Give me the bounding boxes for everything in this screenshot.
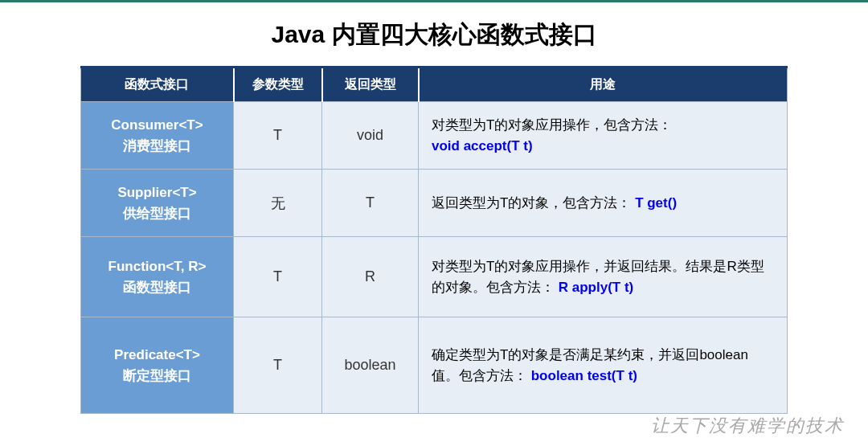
header-return-type: 返回类型 bbox=[322, 68, 419, 102]
desc-cell: 返回类型为T的对象，包含方法： T get() bbox=[419, 170, 788, 237]
iface-cn: 断定型接口 bbox=[123, 368, 191, 383]
iface-cn: 供给型接口 bbox=[123, 206, 191, 221]
page-title: Java 内置四大核心函数式接口 bbox=[80, 18, 788, 51]
iface-cell: Predicate<T> 断定型接口 bbox=[81, 317, 234, 414]
iface-name: Supplier<T> bbox=[117, 185, 196, 200]
table-row: Supplier<T> 供给型接口 无 T 返回类型为T的对象，包含方法： T … bbox=[81, 170, 788, 237]
return-cell: T bbox=[322, 170, 419, 237]
desc-code: T get() bbox=[635, 195, 677, 211]
iface-cell: Consumer<T> 消费型接口 bbox=[81, 102, 234, 170]
param-cell: 无 bbox=[234, 170, 322, 237]
return-cell: R bbox=[322, 237, 419, 317]
table-row: Function<T, R> 函数型接口 T R 对类型为T的对象应用操作，并返… bbox=[81, 237, 788, 317]
iface-name: Function<T, R> bbox=[108, 259, 207, 274]
param-cell: T bbox=[234, 237, 322, 317]
return-cell: boolean bbox=[322, 317, 419, 414]
table-header-row: 函数式接口 参数类型 返回类型 用途 bbox=[81, 68, 788, 102]
functional-interface-table: 函数式接口 参数类型 返回类型 用途 Consumer<T> 消费型接口 T v… bbox=[80, 66, 788, 414]
desc-cell: 确定类型为T的对象是否满足某约束，并返回boolean 值。包含方法： bool… bbox=[419, 317, 788, 414]
iface-cn: 函数型接口 bbox=[123, 280, 191, 295]
desc-code: R apply(T t) bbox=[559, 280, 634, 295]
iface-name: Consumer<T> bbox=[111, 117, 203, 133]
desc-cell: 对类型为T的对象应用操作，包含方法： void accept(T t) bbox=[419, 102, 788, 170]
iface-cell: Supplier<T> 供给型接口 bbox=[81, 170, 234, 237]
desc-text: 对类型为T的对象应用操作，包含方法： bbox=[432, 117, 672, 133]
iface-cell: Function<T, R> 函数型接口 bbox=[81, 237, 234, 317]
table-row: Predicate<T> 断定型接口 T boolean 确定类型为T的对象是否… bbox=[81, 317, 788, 414]
return-cell: void bbox=[322, 102, 419, 170]
desc-code: void accept(T t) bbox=[432, 138, 533, 153]
header-usage: 用途 bbox=[419, 68, 788, 102]
header-interface: 函数式接口 bbox=[81, 68, 234, 102]
watermark-text: 让天下没有难学的技术 bbox=[651, 414, 844, 438]
iface-cn: 消费型接口 bbox=[123, 138, 191, 153]
desc-code: boolean test(T t) bbox=[531, 368, 637, 383]
desc-text: 返回类型为T的对象，包含方法： bbox=[432, 195, 631, 211]
header-param-type: 参数类型 bbox=[234, 68, 322, 102]
desc-cell: 对类型为T的对象应用操作，并返回结果。结果是R类型的对象。包含方法： R app… bbox=[419, 237, 788, 317]
param-cell: T bbox=[234, 102, 322, 170]
table-row: Consumer<T> 消费型接口 T void 对类型为T的对象应用操作，包含… bbox=[81, 102, 788, 170]
param-cell: T bbox=[234, 317, 322, 414]
iface-name: Predicate<T> bbox=[114, 347, 200, 362]
